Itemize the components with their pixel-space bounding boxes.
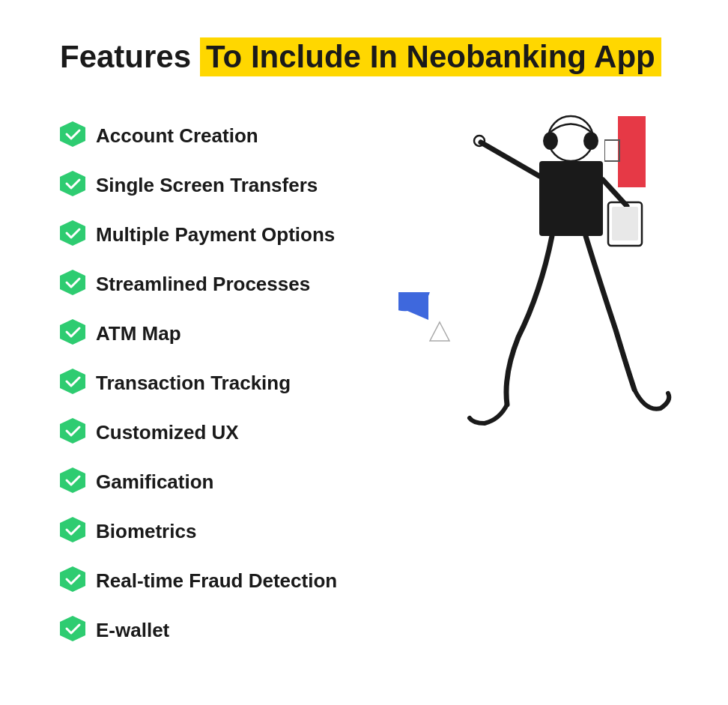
svg-rect-17 <box>539 161 603 236</box>
check-icon <box>60 616 85 644</box>
svg-marker-2 <box>60 220 85 246</box>
check-icon <box>60 369 85 397</box>
feature-item: E-wallet <box>60 616 668 644</box>
check-icon <box>60 319 85 348</box>
feature-label: ATM Map <box>96 322 181 345</box>
check-icon <box>60 418 85 447</box>
check-icon <box>60 517 85 545</box>
svg-marker-6 <box>60 418 85 444</box>
check-icon <box>60 566 85 595</box>
svg-marker-7 <box>60 468 85 493</box>
svg-marker-10 <box>60 616 85 641</box>
feature-label: E-wallet <box>96 619 169 642</box>
svg-marker-5 <box>60 369 85 394</box>
feature-label: Multiple Payment Options <box>96 223 335 246</box>
person-illustration <box>413 97 698 457</box>
check-icon <box>60 121 85 150</box>
feature-item: Real-time Fraud Detection <box>60 566 668 595</box>
feature-label: Gamification <box>96 470 213 494</box>
check-icon <box>60 171 85 199</box>
feature-item: Biometrics <box>60 517 668 545</box>
feature-label: Real-time Fraud Detection <box>96 569 337 593</box>
svg-point-15 <box>543 132 558 150</box>
svg-rect-22 <box>612 207 638 240</box>
svg-marker-3 <box>60 270 85 295</box>
feature-label: Account Creation <box>96 124 258 148</box>
feature-item: Gamification <box>60 468 668 496</box>
title-section: Features To Include In Neobanking App <box>60 37 668 76</box>
feature-label: Biometrics <box>96 520 196 543</box>
page-container: Features To Include In Neobanking App Ac… <box>0 0 728 705</box>
check-icon <box>60 468 85 496</box>
feature-label: Transaction Tracking <box>96 372 291 395</box>
svg-marker-0 <box>60 121 85 147</box>
title-highlighted: To Include In Neobanking App <box>200 37 661 76</box>
feature-label: Single Screen Transfers <box>96 174 318 197</box>
svg-point-16 <box>583 132 598 150</box>
feature-label: Streamlined Processes <box>96 273 310 296</box>
check-icon <box>60 270 85 298</box>
title-plain: Features <box>60 39 191 75</box>
check-icon <box>60 220 85 249</box>
svg-line-18 <box>481 142 539 176</box>
svg-marker-8 <box>60 517 85 542</box>
feature-label: Customized UX <box>96 421 239 444</box>
svg-marker-4 <box>60 319 85 345</box>
svg-marker-1 <box>60 171 85 196</box>
svg-marker-9 <box>60 566 85 592</box>
